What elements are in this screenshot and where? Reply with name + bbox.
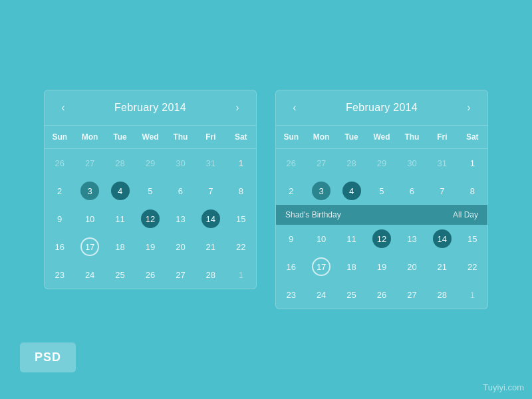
cal-cell[interactable]: 15 xyxy=(226,205,256,233)
day-number: 23 xyxy=(51,265,69,284)
cal-cell[interactable]: 21 xyxy=(196,233,225,261)
cal-left-next-btn[interactable]: › xyxy=(229,100,245,116)
cal-cell[interactable]: 15 xyxy=(458,225,487,253)
cal-left-days-header: SunMonTueWedThuFriSat xyxy=(45,126,256,149)
cal-cell[interactable]: 29 xyxy=(135,149,165,177)
cal-cell[interactable]: 17 xyxy=(74,233,104,261)
day-name-wed: Wed xyxy=(366,126,396,148)
day-name-sat: Sat xyxy=(458,126,487,148)
cal-cell[interactable]: 8 xyxy=(458,177,487,205)
cal-cell[interactable]: 25 xyxy=(336,281,366,309)
day-name-mon: Mon xyxy=(306,126,336,148)
cal-cell[interactable]: 23 xyxy=(45,261,74,289)
cal-cell[interactable]: 9 xyxy=(45,205,74,233)
event-row[interactable]: Shad's BirthdayAll Day xyxy=(276,205,487,225)
cal-cell[interactable]: 30 xyxy=(397,149,427,177)
cal-cell[interactable]: 22 xyxy=(458,253,487,281)
cal-cell[interactable]: 4 xyxy=(105,177,135,205)
cal-right-prev-btn[interactable]: ‹ xyxy=(287,100,303,116)
cal-cell[interactable]: 5 xyxy=(135,177,165,205)
cal-cell[interactable]: 3 xyxy=(74,177,104,205)
event-time: All Day xyxy=(453,210,478,219)
cal-right-next-btn[interactable]: › xyxy=(461,100,477,116)
cal-cell[interactable]: 3 xyxy=(306,177,336,205)
cal-cell[interactable]: 18 xyxy=(336,253,366,281)
cal-cell[interactable]: 21 xyxy=(427,253,457,281)
day-name-fri: Fri xyxy=(427,126,457,148)
cal-cell[interactable]: 2 xyxy=(276,177,306,205)
cal-cell[interactable]: 27 xyxy=(166,261,196,289)
day-number: 31 xyxy=(201,154,220,172)
cal-cell[interactable]: 1 xyxy=(458,149,487,177)
cal-cell[interactable]: 28 xyxy=(105,149,135,177)
cal-cell[interactable]: 17 xyxy=(306,253,336,281)
cal-cell[interactable]: 31 xyxy=(196,149,225,177)
cal-cell[interactable]: 22 xyxy=(226,233,256,261)
cal-left-prev-btn[interactable]: ‹ xyxy=(55,100,71,116)
cal-cell[interactable]: 16 xyxy=(45,233,74,261)
psd-badge: PSD xyxy=(20,342,76,372)
cal-cell[interactable]: 20 xyxy=(397,253,427,281)
cal-cell[interactable]: 4 xyxy=(336,177,366,205)
cal-cell[interactable]: 30 xyxy=(166,149,196,177)
cal-cell[interactable]: 6 xyxy=(166,177,196,205)
cal-cell[interactable]: 2 xyxy=(45,177,74,205)
cal-cell[interactable]: 7 xyxy=(427,177,457,205)
cal-cell[interactable]: 14 xyxy=(427,225,457,253)
day-name-fri: Fri xyxy=(196,126,225,148)
cal-cell[interactable]: 10 xyxy=(306,225,336,253)
cal-cell[interactable]: 13 xyxy=(397,225,427,253)
day-name-tue: Tue xyxy=(336,126,366,148)
cal-right-grid: 26272829303112345678Shad's BirthdayAll D… xyxy=(276,149,487,309)
day-name-sun: Sun xyxy=(276,126,306,148)
cal-cell[interactable]: 1 xyxy=(226,149,256,177)
day-number: 24 xyxy=(80,265,99,284)
day-number: 11 xyxy=(111,209,130,228)
cal-cell[interactable]: 28 xyxy=(196,261,225,289)
cal-cell[interactable]: 9 xyxy=(276,225,306,253)
cal-right-title: February 2014 xyxy=(346,102,418,114)
day-name-tue: Tue xyxy=(105,126,135,148)
cal-cell[interactable]: 18 xyxy=(105,233,135,261)
day-number: 21 xyxy=(201,237,220,256)
cal-cell[interactable]: 13 xyxy=(166,205,196,233)
calendars-container: ‹ February 2014 › SunMonTueWedThuFriSat … xyxy=(44,90,488,309)
cal-cell[interactable]: 6 xyxy=(397,177,427,205)
cal-cell[interactable]: 19 xyxy=(366,253,396,281)
cal-cell[interactable]: 1 xyxy=(226,261,256,289)
cal-cell[interactable]: 10 xyxy=(74,205,104,233)
cal-cell[interactable]: 23 xyxy=(276,281,306,309)
cal-cell[interactable]: 12 xyxy=(135,205,165,233)
day-number: 20 xyxy=(171,237,190,256)
cal-cell[interactable]: 5 xyxy=(366,177,396,205)
cal-cell[interactable]: 28 xyxy=(336,149,366,177)
cal-cell[interactable]: 7 xyxy=(196,177,225,205)
cal-cell[interactable]: 19 xyxy=(135,233,165,261)
cal-cell[interactable]: 8 xyxy=(226,177,256,205)
cal-cell[interactable]: 14 xyxy=(196,205,225,233)
cal-cell[interactable]: 26 xyxy=(366,281,396,309)
cal-cell[interactable]: 26 xyxy=(135,261,165,289)
cal-cell[interactable]: 28 xyxy=(427,281,457,309)
cal-cell[interactable]: 27 xyxy=(74,149,104,177)
cal-cell[interactable]: 12 xyxy=(366,225,396,253)
cal-cell[interactable]: 24 xyxy=(306,281,336,309)
cal-cell[interactable]: 11 xyxy=(105,205,135,233)
cal-cell[interactable]: 27 xyxy=(397,281,427,309)
day-number: 26 xyxy=(141,265,160,284)
cal-cell[interactable]: 25 xyxy=(105,261,135,289)
cal-cell[interactable]: 27 xyxy=(306,149,336,177)
cal-cell[interactable]: 26 xyxy=(45,149,74,177)
day-number: 26 xyxy=(51,154,69,172)
calendar-left: ‹ February 2014 › SunMonTueWedThuFriSat … xyxy=(44,90,257,289)
cal-cell[interactable]: 26 xyxy=(276,149,306,177)
cal-cell[interactable]: 1 xyxy=(458,281,487,309)
cal-cell[interactable]: 11 xyxy=(336,225,366,253)
day-name-mon: Mon xyxy=(74,126,104,148)
day-number: 1 xyxy=(231,265,250,284)
cal-cell[interactable]: 16 xyxy=(276,253,306,281)
cal-cell[interactable]: 31 xyxy=(427,149,457,177)
cal-cell[interactable]: 29 xyxy=(366,149,396,177)
cal-cell[interactable]: 20 xyxy=(166,233,196,261)
cal-cell[interactable]: 24 xyxy=(74,261,104,289)
